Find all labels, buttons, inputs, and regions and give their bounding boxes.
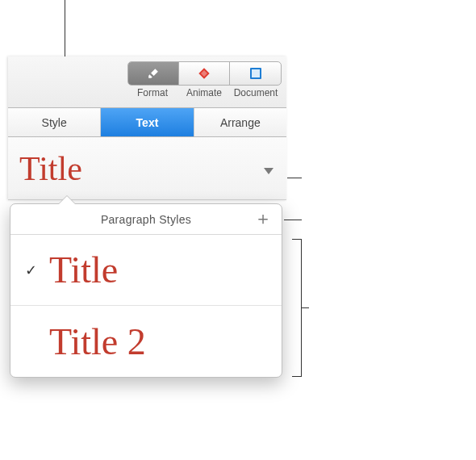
style-item-title[interactable]: ✓ Title: [10, 235, 282, 306]
tab-style[interactable]: Style: [8, 108, 101, 136]
checkmark-icon: ✓: [25, 261, 37, 279]
add-style-button[interactable]: ＋: [254, 211, 272, 227]
paragraph-styles-popover: Paragraph Styles ＋ ✓ Title Title 2: [10, 203, 282, 378]
tab-text[interactable]: Text: [101, 108, 194, 136]
style-item-label: Title 2: [49, 320, 146, 363]
document-label: Document: [230, 87, 282, 98]
document-icon: [250, 68, 261, 79]
tab-arrange[interactable]: Arrange: [194, 108, 286, 136]
popover-title: Paragraph Styles: [101, 213, 191, 226]
current-paragraph-style[interactable]: Title: [8, 137, 286, 200]
style-item-title-2[interactable]: Title 2: [10, 306, 282, 377]
inspector-tabs: Style Text Arrange: [8, 108, 286, 137]
inspector-panel: Format Animate Document Style Text Arran…: [8, 56, 286, 200]
current-style-name: Title: [19, 149, 82, 188]
animate-segment[interactable]: [179, 62, 230, 85]
toolbar: Format Animate Document: [8, 56, 286, 108]
popover-header: Paragraph Styles ＋: [10, 204, 282, 235]
document-segment[interactable]: [230, 62, 281, 85]
chevron-down-icon: [264, 168, 273, 174]
diamond-icon: [198, 67, 211, 80]
format-label: Format: [127, 87, 178, 98]
format-segment[interactable]: [128, 62, 179, 85]
inspector-mode-segmented: [127, 61, 282, 86]
animate-label: Animate: [178, 87, 230, 98]
brush-icon: [146, 68, 161, 79]
style-item-label: Title: [49, 249, 118, 291]
